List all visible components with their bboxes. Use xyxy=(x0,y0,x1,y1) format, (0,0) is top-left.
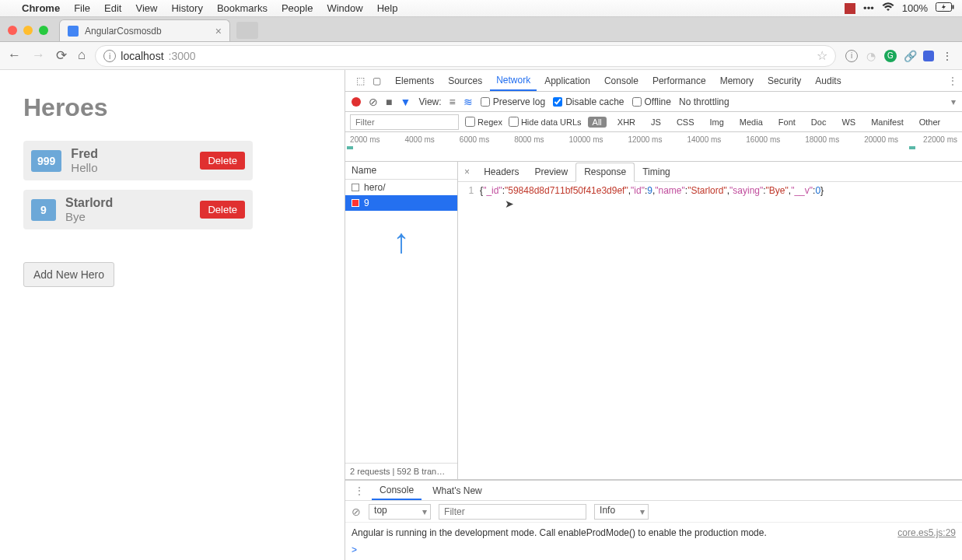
menu-app[interactable]: Chrome xyxy=(22,2,60,14)
filter-chip-media[interactable]: Media xyxy=(735,117,768,128)
dt-tab-application[interactable]: Application xyxy=(538,70,596,91)
maximize-window[interactable] xyxy=(39,26,48,35)
detail-tab-preview[interactable]: Preview xyxy=(526,162,575,181)
dt-tab-memory[interactable]: Memory xyxy=(714,70,760,91)
filter-chip-css[interactable]: CSS xyxy=(672,117,699,128)
filter-chip-js[interactable]: JS xyxy=(646,117,666,128)
filter-toggle-icon[interactable]: ▼ xyxy=(401,96,411,108)
network-filter-input[interactable] xyxy=(350,114,459,130)
menu-people[interactable]: People xyxy=(282,2,313,14)
dt-tab-network[interactable]: Network xyxy=(490,70,537,91)
dt-tab-security[interactable]: Security xyxy=(761,70,807,91)
filter-chip-ws[interactable]: WS xyxy=(837,117,860,128)
dt-tab-elements[interactable]: Elements xyxy=(389,70,440,91)
mouse-cursor-icon: ➤ xyxy=(505,198,514,210)
hero-card[interactable]: 999 Fred Hello Delete xyxy=(23,141,253,180)
reload-button[interactable]: ⟳ xyxy=(56,47,67,64)
filter-chip-img[interactable]: Img xyxy=(705,117,729,128)
address-bar[interactable]: i localhost:3000 ☆ xyxy=(95,45,836,67)
menu-help[interactable]: Help xyxy=(377,2,398,14)
browser-tab[interactable]: AngularCosmosdb × xyxy=(59,19,230,41)
response-body[interactable]: 1 {"_id":"59848d8d711bf50f41e3d9ef","id"… xyxy=(458,182,962,199)
waterfall-icon[interactable]: ≋ xyxy=(464,96,473,108)
network-row-selected[interactable]: 9 xyxy=(345,195,457,211)
offline-checkbox[interactable]: Offline xyxy=(632,96,671,107)
delete-button[interactable]: Delete xyxy=(200,152,245,170)
menubar-more-icon[interactable]: ••• xyxy=(863,2,874,14)
devtools-tabbar: ⬚ ▢ Elements Sources Network Application… xyxy=(345,70,962,92)
forward-button[interactable]: → xyxy=(32,47,45,64)
add-hero-button[interactable]: Add New Hero xyxy=(23,262,114,287)
detail-tab-timing[interactable]: Timing xyxy=(635,162,678,181)
dt-tab-audits[interactable]: Audits xyxy=(809,70,847,91)
filter-chip-other[interactable]: Other xyxy=(915,117,946,128)
device-toolbar-icon[interactable]: ▢ xyxy=(373,75,381,86)
site-info-icon[interactable]: i xyxy=(103,50,116,62)
new-tab-button[interactable] xyxy=(236,22,258,39)
home-button[interactable]: ⌂ xyxy=(78,47,86,64)
filter-chip-xhr[interactable]: XHR xyxy=(613,117,640,128)
ext-icon-4[interactable]: 🔗 xyxy=(903,49,917,63)
throttling-select[interactable]: No throttling xyxy=(679,96,729,107)
capture-screenshot-icon[interactable]: ■ xyxy=(386,96,392,108)
console-prompt[interactable]: > xyxy=(352,544,956,555)
console-source-link[interactable]: core.es5.js:29 xyxy=(897,527,956,538)
console-filter-input[interactable] xyxy=(439,504,586,520)
menu-bookmarks[interactable]: Bookmarks xyxy=(217,2,268,14)
menubar-ext-icon[interactable] xyxy=(845,3,855,14)
bookmark-star-icon[interactable]: ☆ xyxy=(817,48,827,63)
dt-tab-console[interactable]: Console xyxy=(598,70,645,91)
name-column-header[interactable]: Name xyxy=(345,162,457,180)
close-detail-icon[interactable]: × xyxy=(458,166,476,177)
console-message: Angular is running in the development mo… xyxy=(352,527,767,538)
menu-view[interactable]: View xyxy=(135,2,157,14)
detail-tab-headers[interactable]: Headers xyxy=(476,162,526,181)
preserve-log-checkbox[interactable]: Preserve log xyxy=(481,96,545,107)
filter-chip-font[interactable]: Font xyxy=(774,117,800,128)
ext-icon-2[interactable]: ◔ xyxy=(864,49,878,63)
clear-console-icon[interactable]: ⊘ xyxy=(352,506,361,518)
hero-card[interactable]: 9 Starlord Bye Delete xyxy=(23,190,253,229)
chrome-menu-icon[interactable]: ⋮ xyxy=(940,49,954,63)
close-tab-icon[interactable]: × xyxy=(215,25,222,37)
inspect-icon[interactable]: ⬚ xyxy=(356,75,365,86)
console-output[interactable]: Angular is running in the development mo… xyxy=(345,523,962,560)
back-button[interactable]: ← xyxy=(8,47,21,64)
drawer-tab-whatsnew[interactable]: What's New xyxy=(425,481,490,500)
drawer-tab-console[interactable]: Console xyxy=(372,481,422,500)
disable-cache-checkbox[interactable]: Disable cache xyxy=(553,96,624,107)
filter-chip-manifest[interactable]: Manifest xyxy=(866,117,908,128)
battery-icon[interactable] xyxy=(936,2,954,14)
dt-tab-performance[interactable]: Performance xyxy=(646,70,712,91)
up-arrow-icon: ↑ xyxy=(393,222,410,261)
filter-chip-all[interactable]: All xyxy=(588,117,607,128)
network-filter-bar: Regex Hide data URLs All XHR JS CSS Img … xyxy=(345,112,962,132)
level-select[interactable]: Info xyxy=(594,504,649,520)
context-select[interactable]: top xyxy=(369,504,431,520)
throttling-dropdown-icon[interactable]: ▾ xyxy=(951,96,956,107)
wifi-icon[interactable] xyxy=(882,2,894,14)
detail-tab-response[interactable]: Response xyxy=(575,163,635,182)
menu-edit[interactable]: Edit xyxy=(104,2,121,14)
filter-chip-doc[interactable]: Doc xyxy=(806,117,831,128)
large-rows-icon[interactable]: ≡ xyxy=(450,96,456,108)
drawer-menu-icon[interactable]: ⋮ xyxy=(350,485,369,496)
network-timeline[interactable]: 2000 ms 4000 ms 6000 ms 8000 ms 10000 ms… xyxy=(345,132,962,162)
ext-icon-1[interactable]: i xyxy=(845,50,858,62)
devtools-more-icon[interactable]: ⋮ xyxy=(948,75,957,86)
ext-icon-5[interactable] xyxy=(923,51,934,61)
menu-history[interactable]: History xyxy=(171,2,202,14)
network-row[interactable]: hero/ xyxy=(345,180,457,195)
clear-network-icon[interactable]: ⊘ xyxy=(369,96,378,108)
menu-file[interactable]: File xyxy=(74,2,90,14)
close-window[interactable] xyxy=(8,26,17,35)
delete-button[interactable]: Delete xyxy=(200,201,245,219)
hide-data-urls-checkbox[interactable]: Hide data URLs xyxy=(509,117,582,127)
ext-icon-3[interactable]: G xyxy=(884,50,897,62)
dt-tab-sources[interactable]: Sources xyxy=(442,70,488,91)
minimize-window[interactable] xyxy=(23,26,33,35)
macos-menubar: Chrome File Edit View History Bookmarks … xyxy=(0,0,962,17)
regex-checkbox[interactable]: Regex xyxy=(465,117,502,127)
record-button[interactable] xyxy=(352,97,361,107)
menu-window[interactable]: Window xyxy=(327,2,362,14)
